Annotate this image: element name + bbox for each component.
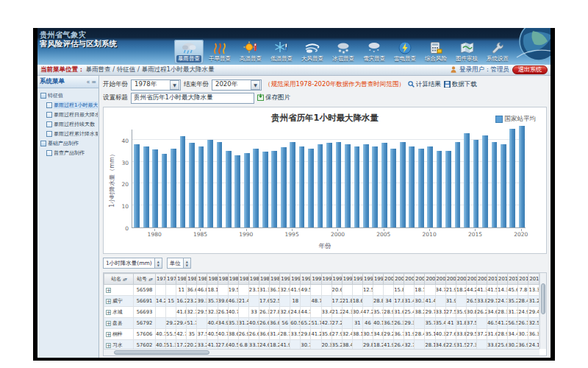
value-cell: 21.8 xyxy=(342,296,352,307)
sidebar-item-leaf-4[interactable]: 暴雨过程累计降水量 xyxy=(38,129,98,138)
col-header-year-2013[interactable]: 2013 xyxy=(518,274,528,285)
horizontal-scrollbar-thumb[interactable] xyxy=(114,350,209,355)
sidebar-item-group-5[interactable]: 基础产品制作 xyxy=(38,138,98,148)
value-cell xyxy=(342,285,352,296)
col-header-year-1994[interactable]: 1994 xyxy=(321,274,331,285)
col-header-year-1987[interactable]: 1987 xyxy=(248,274,259,285)
col-header-year-1984[interactable]: 1984 xyxy=(218,274,228,285)
x-tick-label: 2010 xyxy=(423,231,437,238)
col-header-year-1980[interactable]: 1980 xyxy=(176,274,187,285)
col-header-year-1993[interactable]: 1993 xyxy=(311,274,321,285)
col-header-year-2006[interactable]: 2006 xyxy=(445,274,456,285)
value-cell: 18.1 xyxy=(207,285,218,296)
col-header-year-1989[interactable]: 1989 xyxy=(270,274,280,285)
unit-select[interactable]: 单位 ▲▼ xyxy=(167,258,191,269)
bar-1988 xyxy=(226,151,232,227)
nav-item-wind[interactable]: 大风普查 xyxy=(298,40,327,64)
col-header-year-1982[interactable]: 1982 xyxy=(197,274,207,285)
value-cell: 31.9 xyxy=(445,296,456,307)
nav-item-map-review[interactable]: 图件审核 xyxy=(452,40,481,64)
bar-2005 xyxy=(381,143,387,227)
col-header-year-1983[interactable]: 1983 xyxy=(207,274,218,285)
nav-item-hail[interactable]: 冰雹普查 xyxy=(329,40,358,64)
bar-2018 xyxy=(501,144,506,227)
chart-legend[interactable]: 国家站平均 xyxy=(495,115,537,124)
nav-item-composite-risk[interactable]: 综合风险 xyxy=(421,40,451,64)
sidebar-pin-icon[interactable]: « xyxy=(86,79,90,85)
col-header-year-2012[interactable]: 2012 xyxy=(508,274,518,285)
col-header-year-2003[interactable]: 2003 xyxy=(415,274,425,285)
col-header-year-1985[interactable]: 1985 xyxy=(228,274,238,285)
start-year-select[interactable]: 1978年 ▼ xyxy=(131,79,181,91)
sort-icon[interactable]: ▲▼ xyxy=(148,277,152,281)
nav-item-high-temp[interactable]: 高温普查 xyxy=(236,40,265,64)
col-header-year-1992[interactable]: 1992 xyxy=(301,274,311,285)
vertical-scrollbar[interactable] xyxy=(539,273,546,349)
nav-item-snow[interactable]: ***雪灾普查 xyxy=(359,40,389,64)
col-header-year-1991[interactable]: 1991 xyxy=(290,274,301,285)
col-header-year-1986[interactable]: 1986 xyxy=(238,274,248,285)
col-header-year-1998[interactable]: 1998 xyxy=(362,274,373,285)
sidebar-item-group-0[interactable]: 特征值 xyxy=(38,91,98,100)
chart-title-input[interactable] xyxy=(131,93,254,104)
sidebar-item-leaf-3[interactable]: 暴雨过程持续天数 xyxy=(38,119,98,129)
col-header-year-1981[interactable]: 1981 xyxy=(187,274,197,285)
nav-item-low-temp[interactable]: 低温普查 xyxy=(267,40,296,64)
x-tick-mark xyxy=(292,229,293,231)
save-image-button[interactable]: 保存图片 xyxy=(257,93,290,102)
col-header-year-1997[interactable]: 1997 xyxy=(352,274,362,285)
end-year-select[interactable]: 2020年 ▼ xyxy=(212,79,262,91)
col-header-year-1999[interactable]: 1999 xyxy=(373,274,383,285)
col-header-year-2014[interactable]: 2014 xyxy=(528,274,539,285)
col-header-year-2002[interactable]: 2002 xyxy=(404,274,415,285)
col-header-year-2001[interactable]: 2001 xyxy=(394,274,404,285)
value-cell: 40.3 xyxy=(435,329,445,340)
value-cell: 13.3 xyxy=(528,285,539,296)
col-header-year-1978[interactable]: 1978 xyxy=(156,274,166,285)
logout-button[interactable]: 退出系统 xyxy=(512,66,548,74)
col-header-station-id[interactable]: 站号 ▲▼ xyxy=(134,274,156,285)
row-expander-icon[interactable]: + xyxy=(106,332,111,337)
sidebar-header: 系统菜单 « ≡ xyxy=(37,76,98,88)
sidebar-menu-icon[interactable]: ≡ xyxy=(91,79,96,85)
nav-item-lightning[interactable]: 雷电普查 xyxy=(390,40,420,64)
col-header-year-1996[interactable]: 1996 xyxy=(342,274,352,285)
calc-result-button[interactable]: 计算结果 xyxy=(408,80,441,89)
col-header-station-name[interactable]: 站名 ▲▼ xyxy=(104,274,134,285)
col-header-year-2005[interactable]: 2005 xyxy=(435,274,445,285)
col-header-year-2008[interactable]: 2008 xyxy=(466,274,476,285)
row-expander-icon[interactable]: + xyxy=(106,310,111,315)
data-download-button[interactable]: 数据下载 xyxy=(444,80,477,89)
col-header-year-2007[interactable]: 2007 xyxy=(456,274,466,285)
row-expander-icon[interactable]: + xyxy=(106,343,111,348)
value-cell: 40.1 xyxy=(373,318,383,329)
nav-item-drought[interactable]: 干旱普查 xyxy=(205,40,234,64)
value-cell: 36.1 xyxy=(270,285,280,296)
col-header-year-1990[interactable]: 1990 xyxy=(280,274,290,285)
col-header-year-2009[interactable]: 2009 xyxy=(476,274,487,285)
col-header-year-1995[interactable]: 1995 xyxy=(331,274,342,285)
nav-item-settings[interactable]: 系统设置 xyxy=(483,40,512,64)
sort-icon[interactable]: ▲▼ xyxy=(123,277,126,281)
sidebar-item-leaf-1[interactable]: 暴雨过程1小时最大降水量 xyxy=(38,100,98,110)
value-cell: 33.5 xyxy=(290,329,301,340)
sidebar-item-leaf-6[interactable]: 普查产品制作 xyxy=(38,148,98,158)
col-header-year-1979[interactable]: 1979 xyxy=(166,274,176,285)
col-header-year-2011[interactable]: 2011 xyxy=(498,274,508,285)
row-expander-icon[interactable]: + xyxy=(106,288,111,293)
col-header-year-2004[interactable]: 2004 xyxy=(425,274,435,285)
row-expander-icon[interactable]: + xyxy=(106,321,111,326)
horizontal-scrollbar[interactable] xyxy=(104,349,539,355)
vertical-scrollbar-thumb[interactable] xyxy=(541,283,545,314)
metric-select[interactable]: 1小时降水量(mm) ▲▼ xyxy=(103,258,162,269)
x-tick-mark xyxy=(521,229,522,231)
value-cell: 41.9 xyxy=(290,285,301,296)
chevron-down-icon: ▼ xyxy=(251,80,260,90)
col-header-year-2010[interactable]: 2010 xyxy=(487,274,498,285)
sidebar-item-leaf-2[interactable]: 暴雨过程日最大降水量 xyxy=(38,110,98,119)
row-expander-icon[interactable]: + xyxy=(106,299,111,304)
query-toolbar: 开始年份 1978年 ▼ 结束年份 2020年 ▼ （规范采用1978-2020… xyxy=(103,78,547,91)
col-header-year-1988[interactable]: 1988 xyxy=(259,274,269,285)
col-header-year-2000[interactable]: 2000 xyxy=(384,274,394,285)
nav-item-rainstorm[interactable]: 暴雨普查 xyxy=(174,40,204,64)
